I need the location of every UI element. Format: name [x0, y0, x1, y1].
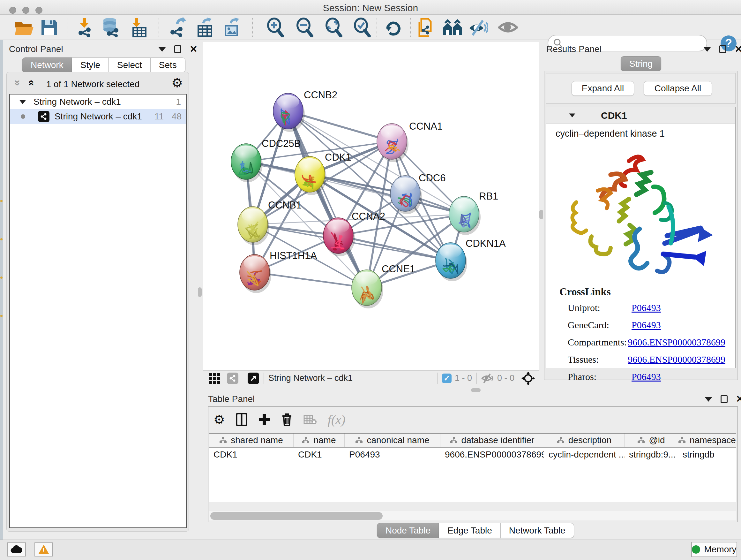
expand-all-networks-icon[interactable]: »	[24, 80, 37, 86]
left-splitter-handle[interactable]	[198, 287, 202, 297]
table-cell[interactable]: stringdb:9...	[624, 448, 678, 462]
node-label-ccnb1: CCNB1	[268, 199, 301, 211]
horizontal-splitter-handle[interactable]	[471, 388, 481, 392]
column-tree-icon	[678, 436, 686, 444]
protein-card-header[interactable]: CDK1	[546, 107, 735, 124]
network-node-rb1[interactable]	[449, 196, 481, 235]
float-panel-icon[interactable]	[719, 45, 726, 53]
export-network-icon[interactable]	[166, 17, 189, 37]
network-node-ccna1[interactable]	[377, 124, 408, 162]
memory-status-dot-icon	[692, 545, 700, 554]
network-canvas[interactable]: CCNB2CCNA1CDC25BCDK1CDC6RB1CCNB1CCNA2CDK…	[203, 42, 539, 370]
tab-network[interactable]: Network	[22, 57, 72, 72]
zoom-out-icon[interactable]	[293, 17, 316, 37]
network-tree-row-selected[interactable]: String Network – cdk1 11 48	[10, 109, 186, 124]
column-header-id[interactable]: @id	[624, 434, 678, 447]
crosslink-link[interactable]: 9606.ENSP00000378699	[628, 354, 725, 365]
open-session-icon[interactable]	[13, 17, 36, 37]
node-label-cdc25b: CDC25B	[262, 138, 300, 149]
close-panel-icon[interactable]: ✕	[190, 45, 198, 53]
table-row[interactable]: CDK1CDK1P064939606.ENSP00000378699cyclin…	[209, 448, 736, 462]
table-options-gear-icon[interactable]: ⚙	[213, 412, 225, 427]
collapse-all-button[interactable]: Collapse All	[644, 81, 712, 96]
network-node-ccne1[interactable]	[352, 270, 383, 308]
delete-column-icon[interactable]	[281, 413, 293, 426]
column-header-database-identifier[interactable]: database identifier	[441, 434, 544, 447]
selected-checkbox-icon[interactable]: ✓	[442, 374, 452, 383]
zoom-fit-icon[interactable]	[322, 17, 345, 37]
network-view-icon[interactable]	[227, 373, 239, 384]
zoom-in-icon[interactable]	[264, 17, 286, 37]
zoom-selected-icon[interactable]	[350, 17, 374, 37]
export-image-icon[interactable]	[219, 17, 243, 37]
table-cell[interactable]: stringdb	[678, 448, 736, 462]
network-node-cdc6[interactable]	[390, 176, 422, 214]
panel-menu-icon[interactable]	[158, 47, 166, 52]
column-header-description[interactable]: description	[544, 434, 624, 447]
table-cell[interactable]: 9606.ENSP00000378699	[441, 448, 544, 462]
grid-view-icon[interactable]	[208, 373, 221, 384]
expand-all-button[interactable]: Expand All	[571, 81, 634, 96]
table-cell[interactable]: cyclin-dependent ...	[544, 448, 624, 462]
warning-status-button[interactable]	[35, 543, 53, 557]
tab-edge-table[interactable]: Edge Table	[439, 523, 501, 538]
network-tree-root-row[interactable]: String Network – cdk1 1	[10, 95, 186, 109]
show-all-icon[interactable]	[496, 17, 520, 37]
duplicate-network-icon[interactable]	[414, 17, 437, 37]
table-toolbar: ⚙ f(x)	[213, 409, 345, 430]
memory-button[interactable]: Memory	[691, 542, 737, 557]
import-database-icon[interactable]	[99, 17, 123, 37]
collapse-card-icon[interactable]	[569, 114, 575, 118]
crosslink-link[interactable]: 9606.ENSP00000378699	[628, 337, 725, 348]
scrollbar-thumb[interactable]	[210, 512, 383, 520]
tree-expander-icon[interactable]	[19, 100, 26, 104]
table-cell[interactable]: CDK1	[293, 448, 345, 462]
network-options-gear-icon[interactable]: ⚙	[172, 75, 183, 90]
column-header-name[interactable]: name	[293, 434, 345, 447]
close-panel-icon[interactable]: ✕	[735, 45, 741, 53]
fit-content-crosshair-icon[interactable]	[522, 372, 535, 385]
first-neighbors-icon[interactable]	[441, 17, 464, 37]
network-node-hist1h1a[interactable]	[240, 254, 271, 293]
tab-style[interactable]: Style	[72, 57, 109, 72]
crosslink-row: Compartments:9606.ENSP00000378699	[559, 337, 725, 348]
column-header-canonical-name[interactable]: canonical name	[345, 434, 441, 447]
network-node-cdc25b[interactable]	[231, 144, 263, 182]
float-panel-icon[interactable]	[174, 45, 181, 53]
detach-view-icon[interactable]	[248, 373, 259, 384]
float-panel-icon[interactable]	[721, 395, 728, 403]
tab-select[interactable]: Select	[109, 57, 151, 72]
collapse-all-networks-icon[interactable]: »	[12, 80, 24, 86]
node-table-body: ⚙ f(x) shared namenamecanonical namedata…	[208, 407, 738, 522]
column-header-namespace[interactable]: namespace	[678, 434, 736, 447]
tab-node-table[interactable]: Node Table	[377, 523, 439, 538]
table-horizontal-scrollbar[interactable]	[209, 511, 736, 520]
network-edge[interactable]	[255, 272, 367, 288]
table-cell[interactable]: P06493	[345, 448, 441, 462]
show-columns-icon[interactable]	[236, 413, 247, 426]
export-table-icon[interactable]	[193, 17, 216, 37]
refresh-layout-icon[interactable]	[382, 17, 405, 37]
close-panel-icon[interactable]: ✕	[736, 395, 741, 403]
network-edge[interactable]	[338, 236, 451, 260]
crosslink-link[interactable]: P06493	[631, 320, 661, 330]
tab-sets[interactable]: Sets	[150, 57, 185, 72]
network-node-cdk1[interactable]	[295, 157, 327, 195]
column-header-shared-name[interactable]: shared name	[209, 434, 293, 447]
network-node-cdkn1a[interactable]	[435, 243, 467, 281]
panel-menu-icon[interactable]	[703, 47, 711, 52]
tab-string[interactable]: String	[621, 56, 661, 71]
import-network-icon[interactable]	[73, 17, 96, 37]
hide-selected-icon[interactable]	[467, 17, 489, 37]
tab-network-table[interactable]: Network Table	[500, 523, 574, 538]
panel-menu-icon[interactable]	[704, 397, 712, 401]
cloud-status-button[interactable]	[7, 543, 26, 557]
add-column-icon[interactable]	[258, 414, 270, 426]
network-node-ccna2[interactable]	[323, 218, 355, 256]
import-table-icon[interactable]	[126, 17, 149, 37]
table-cell[interactable]: CDK1	[209, 448, 293, 462]
crosslink-link[interactable]: P06493	[631, 302, 661, 313]
network-node-ccnb2[interactable]	[273, 93, 305, 132]
crosslink-link[interactable]: P06493	[631, 371, 661, 382]
save-session-icon[interactable]	[38, 17, 61, 37]
